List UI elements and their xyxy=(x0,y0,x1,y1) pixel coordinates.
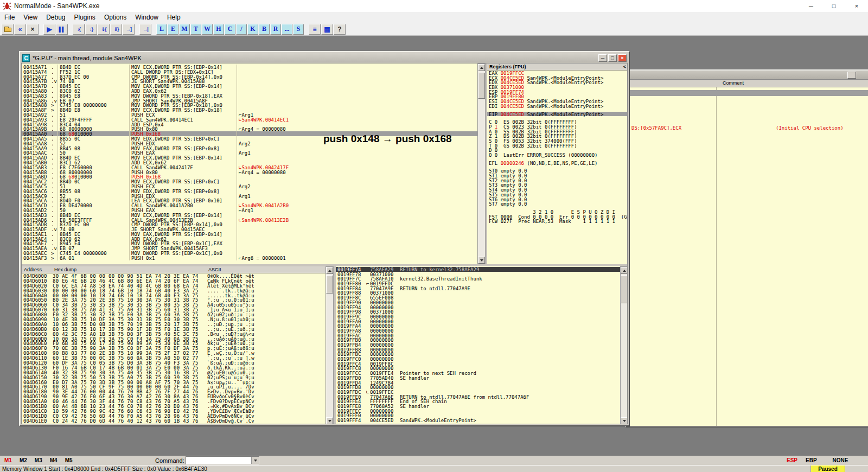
column-divider[interactable] xyxy=(716,87,717,426)
background-cpu-window[interactable]: Comment DS:[0x57FA9C],ECX (Initial CPU s… xyxy=(625,69,868,428)
stack-row[interactable]: 0019FFC40019FF8C xyxy=(336,361,620,366)
step-over-button[interactable]: ↓} xyxy=(85,24,97,35)
patches-window-button[interactable]: / xyxy=(236,24,247,35)
register-line[interactable]: ST5 empty 0.0 xyxy=(487,192,628,197)
memory-dump-pane[interactable]: Address Hex dump ASCII 004D600030 AE 4F … xyxy=(22,266,326,424)
stack-row[interactable]: 0019FFC800000000 xyxy=(336,366,620,371)
disasm-row[interactable]: 00415AC9.52PUSH EDXArg1 xyxy=(22,194,477,199)
register-line[interactable]: ESI 004CE5ED San4WPK.<ModuleEntryPoint> xyxy=(487,99,628,104)
stack-row[interactable]: 0019FFDC∟0019FFEC xyxy=(336,390,620,394)
scroll-thumb[interactable] xyxy=(621,275,628,303)
disasm-row[interactable]: 00415ADB.837D EC 00CMP DWORD PTR SS:[EBP… xyxy=(22,222,477,227)
stack-row[interactable]: 0019FF7800371000 xyxy=(336,272,620,277)
disasm-row[interactable]: 00415A7B.v74 0BJE SHORT San4WPK.00415A88 xyxy=(22,79,477,84)
register-line[interactable]: ST1 empty 0.0 xyxy=(487,173,628,178)
register-line[interactable]: C 0 ES 002B 32bit 0(FFFFFFFF) xyxy=(487,119,628,124)
stack-row[interactable]: 0019FFF000000000 xyxy=(336,413,620,418)
scroll-up-button[interactable] xyxy=(478,64,485,71)
memory-tab-m4[interactable]: M4 xyxy=(50,457,58,463)
register-line[interactable]: P 1 CS 0023 32bit 0(FFFFFFFF) xyxy=(487,124,628,129)
disasm-row[interactable]: 00415A83.8945 E8MOV DWORD PTR SS:[EBP-0x… xyxy=(22,93,477,98)
registers-pane[interactable]: Registers (FPU) < EAX 0019FFCCECX 004CE5… xyxy=(487,63,628,264)
stack-row[interactable]: 0019FF80⌐0019FFDC xyxy=(336,281,620,286)
disasm-row[interactable]: 00415AB0.83C1 62ADD ECX,0x62 xyxy=(22,160,477,165)
register-line[interactable]: EDX 004CE5ED San4WPK.<ModuleEntryPoint> xyxy=(487,80,628,85)
stack-row[interactable]: 0019FFB400000000 xyxy=(336,342,620,347)
stack-row[interactable]: 0019FF9800371000 xyxy=(336,309,620,314)
register-line[interactable]: FST 0000 Cond 0 0 0 0 Err 0 0 0 0 0 0 0 … xyxy=(487,214,628,219)
disasm-row[interactable]: 00415AE1.8B45 ECMOV EAX,DWORD PTR SS:[EB… xyxy=(22,232,477,237)
dump-row[interactable]: 004D6050B0 2E 3A 75 20 2E 3B 75 10 30 3A… xyxy=(22,297,326,302)
disasm-row[interactable]: 00415ABD.68 68010000PUSH 0x168 xyxy=(22,174,477,179)
cpu-window-titlebar[interactable]: C *G.P.U* - main thread, module San4WPK … xyxy=(21,53,628,63)
register-line[interactable]: ST6 empty 0.0 xyxy=(487,197,628,202)
background-window-restore-button[interactable] xyxy=(847,72,856,79)
dump-row[interactable]: 004D601080 E6 4E 6B 20 46 4C 6B 80 6E EA… xyxy=(22,278,326,283)
source-window-button[interactable]: S xyxy=(293,24,304,35)
stack-row[interactable]: 0019FFC000000000 xyxy=(336,356,620,361)
register-line[interactable]: O 0 LastErr ERROR_SUCCESS (00000000) xyxy=(487,152,628,157)
dump-row[interactable]: 004D615030 32 3B 75 50 53 3B 75 A0 75 3B… xyxy=(22,375,326,380)
dump-row[interactable]: 004D60F070 0E 3B 75 90 3A 3B 75 C0 DF 3A… xyxy=(22,346,326,350)
register-line[interactable]: EDI 004CE5ED San4WPK.<ModuleEntryPoint> xyxy=(487,104,628,109)
dump-row[interactable]: 004D6020C0 6C EA 74 A8 58 EA 74 40 4D 4C… xyxy=(22,283,326,288)
disasm-row[interactable]: 00415AD2.50PUSH EAX⌐Arg1 xyxy=(22,208,477,213)
register-line[interactable]: EIP 004CE5ED San4WPK.<ModuleEntryPoint> xyxy=(487,112,628,117)
register-line[interactable]: T 0 GS 002B 32bit 0(FFFFFFFF) xyxy=(487,143,628,148)
disasm-row[interactable]: 00415ADF.v74 0BJE SHORT San4WPK.00415AEC xyxy=(22,227,477,232)
stack-row[interactable]: 0019FF8477047A9ERETURN to ntdll.77047A9E xyxy=(336,286,620,291)
close-program-button[interactable]: × xyxy=(27,24,39,35)
register-line[interactable]: ST3 empty 0.0 xyxy=(487,182,628,187)
stack-row[interactable]: 0019FFAC00000000 xyxy=(336,333,620,338)
stack-row[interactable]: 0019FF7C758AFA10kernel32.BaseThreadInitT… xyxy=(336,276,620,281)
scroll-thumb[interactable] xyxy=(478,73,485,99)
memory-tab-m1[interactable]: M1 xyxy=(4,457,12,463)
disasm-row[interactable]: 00415A77.837D EC 00CMP DWORD PTR SS:[EBP… xyxy=(22,74,477,79)
dump-row[interactable]: 004D609010 4E 3B 75 10 DF 3A 75 30 31 3B… xyxy=(22,317,326,322)
register-line[interactable]: EFL 00000246 (NO,NB,E,BE,NS,PE,GE,LE) xyxy=(487,161,628,165)
stack-row[interactable]: 0019FFE877068A52SE handler xyxy=(336,404,620,409)
disasm-row[interactable]: 00415A74.FF52 1CCALL DWORD PTR DS:[EDX+0… xyxy=(22,69,477,74)
dump-row[interactable]: 004D600030 AE 4F 6B 00 00 00 00 90 51 EA… xyxy=(22,273,326,278)
handles-window-button[interactable]: H xyxy=(213,24,224,35)
restart-button[interactable]: « xyxy=(14,24,26,35)
stack-row[interactable]: 0019FFA800000000 xyxy=(336,328,620,333)
stack-row[interactable]: 0019FFA400000000 xyxy=(336,323,620,328)
menu-file[interactable]: File xyxy=(0,12,19,23)
help-button[interactable]: ? xyxy=(334,24,346,35)
trace-into-button[interactable]: ⇓{ xyxy=(98,24,110,35)
dump-row[interactable]: 004D6080F0 32 3B 75 30 32 3B 75 F0 3A 3B… xyxy=(22,312,326,317)
register-line[interactable]: ESP 0019FF74 xyxy=(487,90,628,94)
disasm-row[interactable]: 00415AA9.8B45 08MOV EAX,DWORD PTR SS:[EB… xyxy=(22,146,477,151)
scroll-thumb[interactable] xyxy=(326,275,333,294)
stack-row[interactable]: 0019FFE077047A6ERETURN to ntdll.77047A6E… xyxy=(336,394,620,399)
dump-row[interactable]: 004D61B000 A4 4B 6B 10 23 44 76 C0 78 42… xyxy=(22,404,326,409)
dump-row[interactable]: 004D61C010 59 42 76 90 9C 42 76 60 C6 43… xyxy=(22,409,326,413)
disasm-row[interactable]: 00415A9B.68 80000000PUSH 0x80⌐Arg4 = 000… xyxy=(22,126,477,131)
disasm-row[interactable]: 00415A88>C745 E8 00000000MOV DWORD PTR S… xyxy=(22,103,477,107)
disasm-row[interactable]: 00415AEC>C745 E4 00000000MOV DWORD PTR S… xyxy=(22,251,477,256)
disasm-row[interactable]: 00415AEA.vEB 07JMP SHORT San4WPK.00415AF… xyxy=(22,246,477,251)
memory-tab-m2[interactable]: M2 xyxy=(20,457,27,463)
stack-row[interactable]: 0019FFA000000000 xyxy=(336,319,620,324)
run-button[interactable]: ▶ xyxy=(43,24,55,35)
stack-row[interactable]: 0019FFD41249C7B4 xyxy=(336,380,620,385)
disasm-row[interactable]: 00415A86.vEB 07JMP SHORT San4WPK.00415A8… xyxy=(22,98,477,103)
disasm-row[interactable]: 00415AB3.E8 C7E60000CALL San4WPK.0042417… xyxy=(22,165,477,170)
background-window-titlebar[interactable] xyxy=(626,71,868,80)
disasm-row[interactable]: 00415AC2.8B4D 0CMOV ECX,DWORD PTR SS:[EB… xyxy=(22,179,477,184)
dump-row[interactable]: 004D604000 00 00 00 10 18 74 6B 10 18 74… xyxy=(22,293,326,298)
open-file-button[interactable] xyxy=(2,24,14,35)
cpu-minimize-button[interactable]: ─ xyxy=(598,54,607,62)
stack-row[interactable]: 0019FF9C00000000 xyxy=(336,314,620,319)
stack-row[interactable]: 0019FFD800000000 xyxy=(336,385,620,390)
menu-plugins[interactable]: Plugins xyxy=(70,12,100,23)
threads-window-button[interactable]: T xyxy=(190,24,201,35)
command-combobox[interactable] xyxy=(186,456,259,464)
log-window-button[interactable]: L xyxy=(156,24,167,35)
disassembly-pane[interactable]: 00415A71.8B4D ECMOV ECX,DWORD PTR SS:[EB… xyxy=(22,63,477,264)
memory-tab-m3[interactable]: M3 xyxy=(35,457,42,463)
references-window-button[interactable]: R xyxy=(270,24,281,35)
maximize-button[interactable]: □ xyxy=(822,0,845,12)
scroll-up-button[interactable] xyxy=(621,267,628,274)
